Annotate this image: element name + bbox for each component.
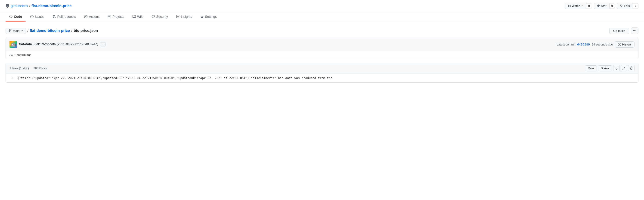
main-content: main / flat-demo-bitcoin-price / btc-pri… xyxy=(0,22,644,88)
fork-count: 0 xyxy=(633,3,638,9)
tab-code-label: Code xyxy=(14,15,22,18)
commit-hash[interactable]: 6405389 xyxy=(577,43,590,46)
blame-button[interactable]: Blame xyxy=(598,65,612,71)
path-separator-2: / xyxy=(71,29,72,33)
chevron-down-icon xyxy=(581,5,584,7)
fork-group: Fork 0 xyxy=(617,3,638,9)
tab-insights-label: Insights xyxy=(181,15,192,18)
branch-name: main xyxy=(13,29,20,32)
repo-name-link[interactable]: flat-demo-bitcoin-price xyxy=(32,4,72,8)
contributor-icon xyxy=(10,53,13,57)
current-file: btc-price.json xyxy=(74,29,98,33)
actions-icon xyxy=(84,15,88,18)
fork-icon xyxy=(620,4,623,8)
commit-ellipsis[interactable]: ... xyxy=(100,42,106,46)
tab-actions-label: Actions xyxy=(89,15,100,18)
tab-pull-requests[interactable]: Pull requests xyxy=(49,12,80,22)
tab-settings-label: Settings xyxy=(205,15,217,18)
file-size: 788 Bytes xyxy=(33,66,47,70)
go-to-file-button[interactable]: Go to file xyxy=(609,28,629,34)
commit-message: Flat: latest data (2021-04-22T21:50:48.9… xyxy=(34,42,98,46)
watch-group: Watch 0 xyxy=(565,3,592,9)
latest-commit-label: Latest commit xyxy=(556,43,575,46)
fork-label: Fork xyxy=(624,4,630,8)
commit-time: 24 seconds ago xyxy=(592,43,613,46)
security-icon xyxy=(152,15,155,18)
repo-owner-link[interactable]: githubocto xyxy=(11,4,28,8)
tab-security[interactable]: Security xyxy=(148,12,172,22)
code-line-1: 1 {"time":{"updated":"Apr 22, 2021 21:50… xyxy=(6,76,638,80)
header-actions: Watch 0 Star 0 Fork xyxy=(565,3,638,9)
code-icon xyxy=(9,15,12,18)
insights-icon xyxy=(176,15,180,18)
edit-icon-button[interactable] xyxy=(621,65,627,71)
raw-button[interactable]: Raw xyxy=(585,65,597,71)
file-meta: 1 lines (1 sloc) 788 Bytes xyxy=(10,66,50,70)
branch-selector[interactable]: main xyxy=(6,28,26,34)
history-label: History xyxy=(622,43,632,46)
line-code-1: {"time":{"updated":"Apr 22, 2021 21:50:0… xyxy=(17,76,638,80)
eye-icon xyxy=(568,4,571,8)
branch-icon xyxy=(8,29,12,32)
wiki-icon xyxy=(132,15,136,18)
delete-icon-button[interactable] xyxy=(628,65,634,71)
tab-issues-label: Issues xyxy=(35,15,44,18)
tab-insights[interactable]: Insights xyxy=(172,12,196,22)
history-icon xyxy=(618,43,621,46)
tab-projects-label: Projects xyxy=(112,15,124,18)
contributor-row: 1 contributor xyxy=(6,51,638,59)
star-group: Star 0 xyxy=(594,3,615,9)
fork-button[interactable]: Fork xyxy=(617,3,633,9)
delete-icon xyxy=(630,66,633,70)
file-action-buttons: Raw Blame xyxy=(585,65,634,71)
repo-title: githubocto / flat-demo-bitcoin-price xyxy=(6,4,72,8)
tab-pr-label: Pull requests xyxy=(57,15,76,18)
breadcrumb: main / flat-demo-bitcoin-price / btc-pri… xyxy=(6,28,98,34)
commit-author: flat-data xyxy=(19,42,32,46)
tab-code[interactable]: Code xyxy=(6,12,26,22)
repo-path-link[interactable]: flat-demo-bitcoin-price xyxy=(30,29,70,33)
history-button[interactable]: History xyxy=(615,41,634,48)
more-options-button[interactable]: ••• xyxy=(631,27,638,34)
star-icon xyxy=(597,4,600,8)
issues-icon xyxy=(30,15,34,18)
commit-meta: Latest commit 6405389 24 seconds ago His… xyxy=(556,41,634,48)
edit-icon xyxy=(622,66,626,70)
pr-icon xyxy=(52,15,56,18)
tab-settings[interactable]: Settings xyxy=(196,12,220,22)
tab-wiki-label: Wiki xyxy=(137,15,143,18)
commit-box: 🤖 flat-data Flat: latest data (2021-04-2… xyxy=(6,38,638,59)
file-actions-toolbar: Go to file ••• xyxy=(609,27,638,34)
line-number-1: 1 xyxy=(6,76,17,80)
projects-icon xyxy=(108,15,111,18)
chevron-icon xyxy=(20,29,23,32)
watch-button[interactable]: Watch xyxy=(565,3,586,9)
commit-header: 🤖 flat-data Flat: latest data (2021-04-2… xyxy=(6,38,638,51)
contributor-count: 1 contributor xyxy=(14,53,31,57)
commit-info: 🤖 flat-data Flat: latest data (2021-04-2… xyxy=(10,41,106,48)
settings-icon xyxy=(200,15,204,18)
breadcrumb-row: main / flat-demo-bitcoin-price / btc-pri… xyxy=(6,27,638,34)
header: githubocto / flat-demo-bitcoin-price Wat… xyxy=(0,0,644,12)
file-header: 1 lines (1 sloc) 788 Bytes Raw Blame xyxy=(6,63,638,73)
repo-icon xyxy=(6,4,9,8)
ellipsis-icon: ••• xyxy=(633,29,636,32)
tab-projects[interactable]: Projects xyxy=(104,12,128,22)
tab-actions[interactable]: Actions xyxy=(80,12,103,22)
watch-label: Watch xyxy=(572,4,580,8)
avatar-image: 🤖 xyxy=(10,41,17,48)
nav-tabs: Code Issues Pull requests Actions Projec… xyxy=(0,12,644,22)
breadcrumb-separator: / xyxy=(29,4,30,8)
file-content: 1 {"time":{"updated":"Apr 22, 2021 21:50… xyxy=(6,73,638,82)
tab-wiki[interactable]: Wiki xyxy=(129,12,147,22)
star-label: Star xyxy=(601,4,606,8)
watch-count: 0 xyxy=(586,3,592,9)
tab-issues[interactable]: Issues xyxy=(26,12,48,22)
desktop-icon xyxy=(615,66,618,70)
path-separator: / xyxy=(27,29,28,33)
desktop-icon-button[interactable] xyxy=(613,65,620,71)
avatar: 🤖 xyxy=(10,41,17,48)
star-button[interactable]: Star xyxy=(594,3,609,9)
star-count: 0 xyxy=(609,3,615,9)
tab-security-label: Security xyxy=(156,15,168,18)
